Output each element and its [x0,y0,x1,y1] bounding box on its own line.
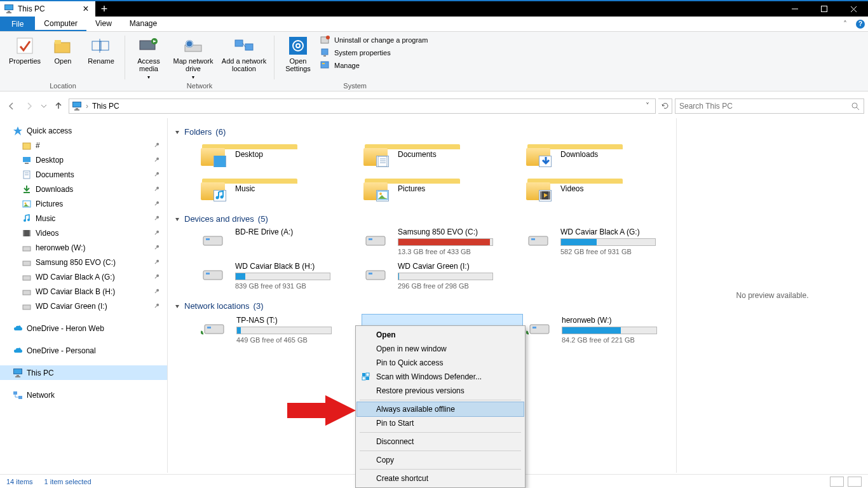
nav-forward-button[interactable] [22,98,37,114]
maximize-button[interactable] [810,1,839,17]
svg-point-83 [379,193,382,195]
svg-rect-75 [214,156,226,167]
nav-history-button[interactable] [39,98,48,114]
svg-rect-33 [23,157,31,162]
properties-button[interactable]: Properties [6,33,43,65]
sidebar-item[interactable]: heronweb (W:) [0,240,167,255]
map-network-drive-button[interactable]: Map network drive▾ [168,33,218,81]
location-group-label: Location [6,82,119,91]
ctx-pin-to-start[interactable]: Pin to Start [357,416,524,430]
svg-rect-25 [321,62,329,68]
ctx-scan-defender[interactable]: Scan with Windows Defender... [357,370,524,384]
sidebar-onedrive-personal[interactable]: OneDrive - Personal [0,343,167,358]
view-tab[interactable]: View [86,17,121,31]
ctx-open[interactable]: Open [357,328,524,342]
manage-button[interactable]: Manage [318,60,430,71]
folder-item[interactable]: Videos [525,175,676,203]
ctx-restore-versions[interactable]: Restore previous versions [357,384,524,398]
svg-rect-96 [369,273,372,274]
sidebar-network[interactable]: Network [0,388,167,402]
network-drive-item[interactable]: heronweb (W:)84.2 GB free of 221 GB [525,315,676,342]
settings-gear-icon [288,36,308,56]
system-group-label: System [280,82,430,91]
close-window-button[interactable] [839,1,868,17]
folder-item[interactable]: Pictures [362,175,522,203]
svg-line-41 [155,174,157,176]
sidebar-onedrive-heron[interactable]: OneDrive - Heron Web [0,321,167,336]
sidebar-quick-access[interactable]: Quick access [0,123,167,138]
sidebar-item[interactable]: WD Caviar Black B (H:) [0,284,167,299]
ctx-copy[interactable]: Copy [357,453,524,467]
icons-view-button[interactable] [848,477,862,487]
collapse-ribbon-icon[interactable]: ˄ [837,17,853,31]
nav-up-button[interactable] [51,98,66,114]
refresh-button[interactable] [658,98,672,114]
svg-rect-103 [362,377,365,380]
folder-item[interactable]: Downloads [525,140,676,168]
folder-item[interactable]: Music [200,175,360,203]
system-properties-button[interactable]: System properties [318,47,430,58]
address-bar[interactable]: › This PC ˅ [69,98,656,114]
pin-icon [151,257,161,268]
address-dropdown-icon[interactable]: ˅ [642,102,653,111]
folders-section-header[interactable]: Folders (6) [173,125,676,140]
folder-icon [525,142,553,167]
sidebar-item[interactable]: # [0,138,167,152]
ctx-open-new-window[interactable]: Open in new window [357,342,524,356]
ctx-disconnect[interactable]: Disconnect [357,435,524,449]
open-settings-button[interactable]: Open Settings [280,33,316,72]
svg-line-66 [155,276,157,278]
drive-item[interactable]: WD Caviar Black A (G:)582 GB free of 931… [525,227,676,255]
folder-item[interactable]: Desktop [200,140,360,168]
sidebar-item[interactable]: Videos [0,226,167,240]
manage-tab[interactable]: Manage [121,17,166,31]
folder-item[interactable]: Documents [362,140,522,168]
ctx-always-available-offline[interactable]: Always available offline [357,402,524,416]
new-tab-button[interactable]: + [95,1,113,17]
rename-button[interactable]: Rename [83,33,119,65]
sidebar-item[interactable]: Downloads [0,182,167,196]
svg-rect-76 [378,156,387,166]
close-tab-icon[interactable]: × [81,4,90,13]
ctx-pin-quick-access[interactable]: Pin to Quick access [357,356,524,370]
window-tab[interactable]: This PC × [0,1,95,17]
network-drive-item[interactable]: TP-NAS (T:)449 GB free of 465 GB [200,315,360,342]
sidebar-item-icon [22,243,32,253]
drive-item[interactable]: Samsung 850 EVO (C:)13.3 GB free of 433 … [362,227,522,255]
access-media-button[interactable]: Access media▾ [130,33,167,81]
drives-section-header[interactable]: Devices and drives (5) [173,212,676,227]
sidebar-item[interactable]: Documents [0,167,167,182]
search-input[interactable] [679,102,847,111]
sidebar-item[interactable]: Music [0,211,167,226]
map-drive-icon [183,36,203,56]
network-section-header[interactable]: Network locations (3) [173,299,676,315]
preview-pane: No preview available. [676,118,868,473]
details-view-button[interactable] [830,477,844,487]
uninstall-program-button[interactable]: Uninstall or change a program [318,34,430,46]
sidebar-item[interactable]: Pictures [0,196,167,211]
sidebar-item[interactable]: Samsung 850 EVO (C:) [0,255,167,269]
ribbon: Properties Open Rename Location Access m… [0,32,868,92]
drive-item[interactable]: WD Caviar Black B (H:)839 GB free of 931… [200,262,360,290]
pin-icon [151,184,161,194]
sidebar-item[interactable]: WD Caviar Green (I:) [0,299,167,313]
open-button[interactable]: Open [44,33,81,65]
sidebar-item[interactable]: Desktop [0,152,167,167]
drive-item[interactable]: WD Caviar Green (I:)296 GB free of 298 G… [362,262,522,290]
search-box[interactable] [675,98,864,114]
svg-rect-58 [23,247,31,251]
minimize-button[interactable] [780,1,810,17]
pin-icon [151,301,161,311]
add-network-location-button[interactable]: Add a network location [219,33,269,72]
sidebar-this-pc[interactable]: This PC [0,365,167,380]
sidebar-item[interactable]: WD Caviar Black A (G:) [0,269,167,284]
drive-icon [362,229,390,249]
file-tab[interactable]: File [0,17,35,31]
help-button[interactable]: ? [853,17,868,31]
sidebar-item-icon [22,199,32,209]
ctx-create-shortcut[interactable]: Create shortcut [357,471,524,485]
nav-back-button[interactable] [4,98,19,114]
nav-sidebar: Quick access #DesktopDocumentsDownloadsP… [0,118,168,473]
drive-item[interactable]: BD-RE Drive (A:) [200,227,360,255]
computer-tab[interactable]: Computer [35,17,86,31]
